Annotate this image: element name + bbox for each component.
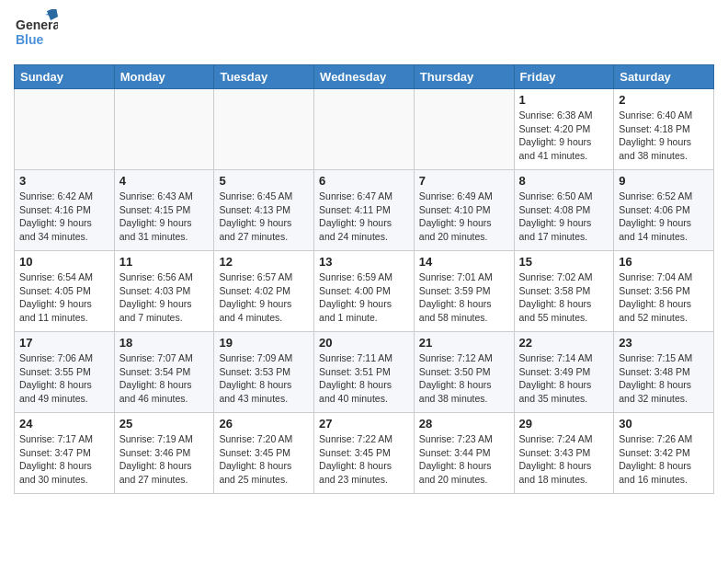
- day-info: Sunrise: 7:22 AM Sunset: 3:45 PM Dayligh…: [319, 432, 409, 487]
- day-info: Sunrise: 7:07 AM Sunset: 3:54 PM Dayligh…: [119, 351, 210, 406]
- day-number: 3: [19, 174, 109, 188]
- calendar-cell: 23Sunrise: 7:15 AM Sunset: 3:48 PM Dayli…: [614, 332, 714, 413]
- day-info: Sunrise: 7:02 AM Sunset: 3:58 PM Dayligh…: [519, 270, 609, 325]
- calendar-cell: 27Sunrise: 7:22 AM Sunset: 3:45 PM Dayli…: [314, 413, 415, 494]
- day-number: 6: [319, 174, 409, 188]
- calendar-cell: 30Sunrise: 7:26 AM Sunset: 3:42 PM Dayli…: [614, 413, 714, 494]
- day-number: 22: [519, 336, 609, 350]
- day-info: Sunrise: 7:14 AM Sunset: 3:49 PM Dayligh…: [519, 351, 609, 406]
- calendar-cell: [114, 89, 214, 170]
- day-info: Sunrise: 6:56 AM Sunset: 4:03 PM Dayligh…: [119, 270, 210, 325]
- day-info: Sunrise: 6:43 AM Sunset: 4:15 PM Dayligh…: [119, 190, 210, 244]
- day-info: Sunrise: 6:47 AM Sunset: 4:11 PM Dayligh…: [319, 190, 409, 244]
- weekday-header-thursday: Thursday: [414, 65, 514, 89]
- day-number: 10: [19, 255, 109, 269]
- day-number: 30: [619, 417, 709, 431]
- day-number: 21: [419, 336, 509, 350]
- day-info: Sunrise: 6:40 AM Sunset: 4:18 PM Dayligh…: [619, 109, 709, 163]
- day-info: Sunrise: 7:24 AM Sunset: 3:43 PM Dayligh…: [519, 432, 609, 487]
- calendar-cell: 14Sunrise: 7:01 AM Sunset: 3:59 PM Dayli…: [414, 251, 514, 332]
- week-row-2: 3Sunrise: 6:42 AM Sunset: 4:16 PM Daylig…: [15, 170, 714, 251]
- calendar-cell: [314, 89, 415, 170]
- day-info: Sunrise: 7:17 AM Sunset: 3:47 PM Dayligh…: [19, 432, 109, 487]
- day-info: Sunrise: 6:45 AM Sunset: 4:13 PM Dayligh…: [219, 190, 309, 244]
- calendar-cell: 1Sunrise: 6:38 AM Sunset: 4:20 PM Daylig…: [514, 89, 614, 170]
- day-info: Sunrise: 7:20 AM Sunset: 3:45 PM Dayligh…: [219, 432, 309, 487]
- day-number: 9: [619, 174, 709, 188]
- calendar-cell: 9Sunrise: 6:52 AM Sunset: 4:06 PM Daylig…: [614, 170, 714, 251]
- day-info: Sunrise: 6:42 AM Sunset: 4:16 PM Dayligh…: [19, 190, 109, 244]
- day-info: Sunrise: 7:11 AM Sunset: 3:51 PM Dayligh…: [319, 351, 409, 406]
- day-info: Sunrise: 7:09 AM Sunset: 3:53 PM Dayligh…: [219, 351, 309, 406]
- weekday-header-row: SundayMondayTuesdayWednesdayThursdayFrid…: [15, 65, 714, 89]
- day-number: 12: [219, 255, 309, 269]
- day-number: 8: [519, 174, 609, 188]
- calendar-cell: 7Sunrise: 6:49 AM Sunset: 4:10 PM Daylig…: [414, 170, 514, 251]
- weekday-header-saturday: Saturday: [614, 65, 714, 89]
- day-number: 24: [19, 417, 109, 431]
- calendar-cell: 6Sunrise: 6:47 AM Sunset: 4:11 PM Daylig…: [314, 170, 415, 251]
- day-number: 15: [519, 255, 609, 269]
- weekday-header-monday: Monday: [114, 65, 214, 89]
- calendar-cell: [214, 89, 314, 170]
- day-number: 17: [19, 336, 109, 350]
- calendar-cell: [15, 89, 115, 170]
- calendar-cell: 20Sunrise: 7:11 AM Sunset: 3:51 PM Dayli…: [314, 332, 415, 413]
- calendar-cell: 16Sunrise: 7:04 AM Sunset: 3:56 PM Dayli…: [614, 251, 714, 332]
- logo: General Blue: [14, 9, 58, 57]
- day-info: Sunrise: 6:49 AM Sunset: 4:10 PM Dayligh…: [419, 190, 509, 244]
- page-header: General Blue: [14, 9, 714, 57]
- day-number: 29: [519, 417, 609, 431]
- day-number: 20: [319, 336, 409, 350]
- day-number: 1: [519, 93, 609, 107]
- day-number: 16: [619, 255, 709, 269]
- day-info: Sunrise: 6:50 AM Sunset: 4:08 PM Dayligh…: [519, 190, 609, 244]
- calendar-cell: 12Sunrise: 6:57 AM Sunset: 4:02 PM Dayli…: [214, 251, 314, 332]
- day-number: 4: [119, 174, 210, 188]
- calendar-cell: 29Sunrise: 7:24 AM Sunset: 3:43 PM Dayli…: [514, 413, 614, 494]
- calendar-table: SundayMondayTuesdayWednesdayThursdayFrid…: [14, 64, 714, 494]
- week-row-3: 10Sunrise: 6:54 AM Sunset: 4:05 PM Dayli…: [15, 251, 714, 332]
- calendar-cell: 21Sunrise: 7:12 AM Sunset: 3:50 PM Dayli…: [414, 332, 514, 413]
- day-number: 27: [319, 417, 409, 431]
- day-number: 14: [419, 255, 509, 269]
- day-number: 23: [619, 336, 709, 350]
- calendar-body: 1Sunrise: 6:38 AM Sunset: 4:20 PM Daylig…: [15, 89, 714, 494]
- day-info: Sunrise: 6:59 AM Sunset: 4:00 PM Dayligh…: [319, 270, 409, 325]
- weekday-header-tuesday: Tuesday: [214, 65, 314, 89]
- day-info: Sunrise: 7:23 AM Sunset: 3:44 PM Dayligh…: [419, 432, 509, 487]
- weekday-header-sunday: Sunday: [15, 65, 115, 89]
- day-info: Sunrise: 7:19 AM Sunset: 3:46 PM Dayligh…: [119, 432, 210, 487]
- day-number: 25: [119, 417, 210, 431]
- calendar-cell: 24Sunrise: 7:17 AM Sunset: 3:47 PM Dayli…: [15, 413, 115, 494]
- calendar-cell: 2Sunrise: 6:40 AM Sunset: 4:18 PM Daylig…: [614, 89, 714, 170]
- day-info: Sunrise: 7:15 AM Sunset: 3:48 PM Dayligh…: [619, 351, 709, 406]
- week-row-4: 17Sunrise: 7:06 AM Sunset: 3:55 PM Dayli…: [15, 332, 714, 413]
- day-number: 7: [419, 174, 509, 188]
- day-info: Sunrise: 7:26 AM Sunset: 3:42 PM Dayligh…: [619, 432, 709, 487]
- day-info: Sunrise: 7:01 AM Sunset: 3:59 PM Dayligh…: [419, 270, 509, 325]
- calendar-cell: 5Sunrise: 6:45 AM Sunset: 4:13 PM Daylig…: [214, 170, 314, 251]
- day-info: Sunrise: 6:57 AM Sunset: 4:02 PM Dayligh…: [219, 270, 309, 325]
- calendar-cell: 18Sunrise: 7:07 AM Sunset: 3:54 PM Dayli…: [114, 332, 214, 413]
- calendar-cell: 25Sunrise: 7:19 AM Sunset: 3:46 PM Dayli…: [114, 413, 214, 494]
- week-row-1: 1Sunrise: 6:38 AM Sunset: 4:20 PM Daylig…: [15, 89, 714, 170]
- day-info: Sunrise: 7:06 AM Sunset: 3:55 PM Dayligh…: [19, 351, 109, 406]
- day-number: 26: [219, 417, 309, 431]
- calendar-cell: 28Sunrise: 7:23 AM Sunset: 3:44 PM Dayli…: [414, 413, 514, 494]
- day-info: Sunrise: 7:04 AM Sunset: 3:56 PM Dayligh…: [619, 270, 709, 325]
- calendar-cell: 15Sunrise: 7:02 AM Sunset: 3:58 PM Dayli…: [514, 251, 614, 332]
- day-number: 13: [319, 255, 409, 269]
- weekday-header-friday: Friday: [514, 65, 614, 89]
- day-info: Sunrise: 6:52 AM Sunset: 4:06 PM Dayligh…: [619, 190, 709, 244]
- week-row-5: 24Sunrise: 7:17 AM Sunset: 3:47 PM Dayli…: [15, 413, 714, 494]
- calendar-cell: 13Sunrise: 6:59 AM Sunset: 4:00 PM Dayli…: [314, 251, 415, 332]
- calendar-cell: 10Sunrise: 6:54 AM Sunset: 4:05 PM Dayli…: [15, 251, 115, 332]
- logo-icon: General Blue: [14, 9, 58, 53]
- calendar-cell: 3Sunrise: 6:42 AM Sunset: 4:16 PM Daylig…: [15, 170, 115, 251]
- calendar-cell: 4Sunrise: 6:43 AM Sunset: 4:15 PM Daylig…: [114, 170, 214, 251]
- calendar-cell: [414, 89, 514, 170]
- day-info: Sunrise: 6:54 AM Sunset: 4:05 PM Dayligh…: [19, 270, 109, 325]
- day-info: Sunrise: 7:12 AM Sunset: 3:50 PM Dayligh…: [419, 351, 509, 406]
- calendar-cell: 11Sunrise: 6:56 AM Sunset: 4:03 PM Dayli…: [114, 251, 214, 332]
